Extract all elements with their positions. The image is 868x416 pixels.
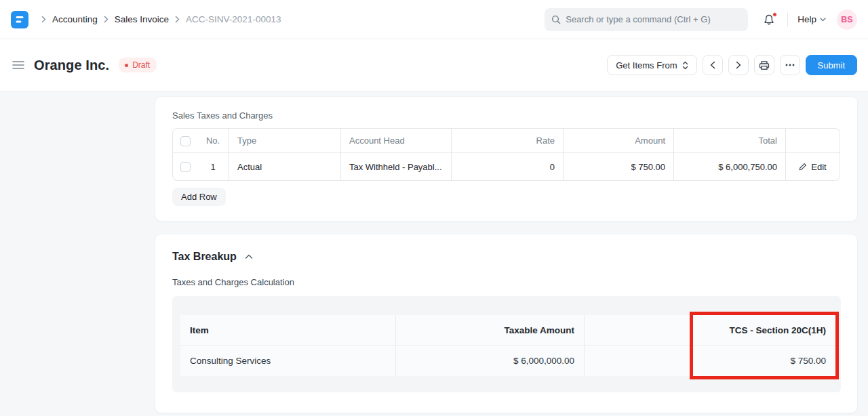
tax-calculation-container: Item Taxable Amount TCS - Section 20C(1H…: [172, 296, 841, 392]
col-header-edit: [786, 128, 840, 153]
sales-taxes-section-label: Sales Taxes and Charges: [172, 110, 840, 121]
user-avatar[interactable]: BS: [837, 9, 857, 30]
chevron-up-icon: [245, 254, 253, 259]
print-button[interactable]: [754, 55, 774, 75]
tb-header-tcs-section: TCS - Section 20C(1H): [693, 315, 835, 346]
tb-header-item: Item: [180, 315, 396, 346]
col-header-amount: Amount: [564, 128, 674, 153]
status-badge: Draft: [119, 58, 157, 72]
select-all-checkbox[interactable]: [180, 136, 191, 146]
erpnext-logo[interactable]: [11, 11, 28, 28]
submit-button[interactable]: Submit: [806, 55, 857, 75]
main-content: Sales Taxes and Charges No. Type Account…: [0, 91, 868, 413]
breadcrumb-document-id: ACC-SINV-2021-00013: [186, 14, 281, 24]
chevron-down-icon: [820, 18, 826, 22]
col-header-total: Total: [674, 128, 786, 153]
taxes-grid-table: No. Type Account Head Rate Amount Total …: [172, 128, 840, 181]
row-select-cell: [172, 153, 197, 181]
erpnext-logo-glyph: [14, 14, 25, 25]
get-items-from-label: Get Items From: [616, 60, 677, 70]
tb-cell-item: Consulting Services: [180, 346, 396, 376]
tax-breakup-section-toggle[interactable]: Tax Breakup: [172, 251, 840, 263]
page-actions: Get Items From: [607, 55, 857, 75]
tb-cell-tcs-value: $ 750.00: [693, 346, 835, 376]
global-search[interactable]: [545, 8, 748, 31]
page-title: Orange Inc.: [34, 58, 109, 73]
row-type-cell[interactable]: Actual: [229, 153, 341, 181]
row-number-cell[interactable]: 1: [197, 153, 229, 181]
col-header-no: No.: [197, 128, 229, 153]
row-amount-cell[interactable]: $ 750.00: [564, 153, 674, 181]
notification-dot: [772, 12, 777, 17]
menu-more-button[interactable]: [780, 55, 800, 75]
edit-row-button[interactable]: Edit: [794, 162, 831, 172]
row-checkbox[interactable]: [180, 162, 191, 172]
navbar-divider: [787, 13, 788, 26]
select-all-cell: [172, 128, 197, 153]
get-items-from-button[interactable]: Get Items From: [607, 55, 696, 75]
tax-breakup-title: Tax Breakup: [172, 251, 237, 263]
row-rate-cell[interactable]: 0: [452, 153, 564, 181]
tb-cell-taxable-amount: $ 6,000,000.00: [396, 346, 585, 376]
row-account-head-cell[interactable]: Tax Withheld - Payabl...: [341, 153, 452, 181]
navbar-right: Help BS: [760, 9, 857, 30]
sidebar-toggle-button[interactable]: [11, 58, 26, 72]
chevron-left-icon: [710, 61, 715, 69]
taxes-grid-header-row: No. Type Account Head Rate Amount Total: [172, 128, 840, 153]
ellipsis-icon: [785, 64, 795, 66]
sales-taxes-card: Sales Taxes and Charges No. Type Account…: [155, 96, 858, 222]
previous-document-button[interactable]: [703, 55, 723, 75]
tb-header-taxable-amount: Taxable Amount: [396, 315, 585, 346]
col-header-rate: Rate: [452, 128, 564, 153]
chevron-right-icon: [41, 16, 46, 23]
top-navbar: Accounting Sales Invoice ACC-SINV-2021-0…: [0, 0, 868, 39]
edit-label: Edit: [811, 162, 826, 172]
notifications-button[interactable]: [760, 11, 778, 28]
breadcrumb: Accounting Sales Invoice ACC-SINV-2021-0…: [35, 14, 281, 24]
tax-breakup-card: Tax Breakup Taxes and Charges Calculatio…: [155, 234, 858, 413]
col-header-account-head: Account Head: [341, 128, 452, 153]
row-edit-cell: Edit: [786, 153, 840, 181]
select-updown-icon: [682, 61, 688, 70]
tax-calculation-label: Taxes and Charges Calculation: [172, 277, 840, 287]
page-head: Orange Inc. Draft Get Items From: [0, 39, 868, 91]
chevron-right-icon: [736, 61, 741, 69]
row-total-cell[interactable]: $ 6,000,750.00: [674, 153, 786, 181]
status-label: Draft: [132, 60, 150, 70]
breadcrumb-sales-invoice[interactable]: Sales Invoice: [115, 14, 169, 24]
help-menu[interactable]: Help: [797, 14, 826, 24]
pencil-icon: [799, 163, 807, 171]
chevron-right-icon: [175, 16, 180, 23]
avatar-initials: BS: [841, 15, 852, 24]
breadcrumb-accounting[interactable]: Accounting: [52, 14, 98, 24]
col-header-type: Type: [229, 128, 341, 153]
search-input[interactable]: [566, 14, 741, 24]
tax-breakup-table: Item Taxable Amount TCS - Section 20C(1H…: [180, 315, 835, 376]
status-dot: [125, 64, 128, 67]
add-row-button[interactable]: Add Row: [172, 188, 226, 206]
tb-header-empty: [585, 315, 693, 346]
next-document-button[interactable]: [728, 55, 749, 75]
taxes-grid-row: 1 Actual Tax Withheld - Payabl... 0 $ 75…: [172, 153, 840, 181]
printer-icon: [759, 60, 770, 70]
tb-cell-empty: [585, 346, 693, 376]
help-label: Help: [797, 14, 816, 24]
menu-icon: [12, 60, 24, 70]
chevron-right-icon: [104, 16, 108, 23]
search-icon: [551, 15, 561, 24]
